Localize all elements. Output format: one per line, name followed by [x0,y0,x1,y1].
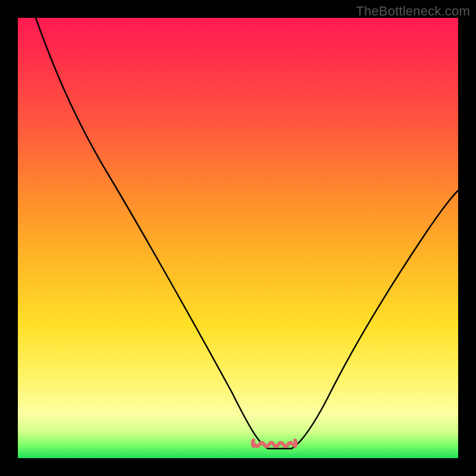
bottleneck-curve-svg [18,18,458,458]
chart-frame: TheBottleneck.com [0,0,476,476]
plot-area [18,18,458,458]
watermark-text: TheBottleneck.com [356,4,470,19]
bottleneck-curve [36,18,458,449]
